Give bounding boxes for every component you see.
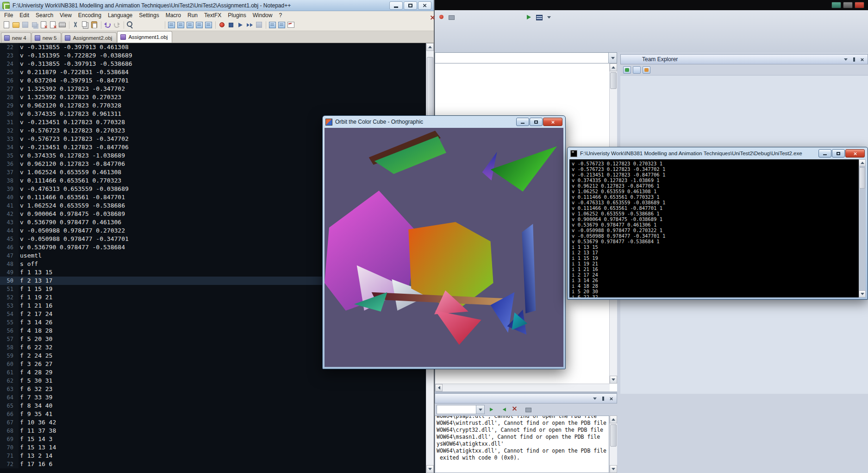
close-document-icon[interactable]: [39, 21, 48, 29]
team-explorer-header[interactable]: Team Explorer: [620, 54, 868, 64]
undo-icon[interactable]: [103, 21, 112, 29]
tab-new-4[interactable]: new 4: [1, 32, 31, 43]
scrollbar-thumb[interactable]: [610, 424, 617, 447]
menu-file[interactable]: File: [1, 12, 16, 19]
auto-hide-pin-icon[interactable]: [599, 395, 606, 402]
orbit-titlebar[interactable]: Orbit the Color Cube - Orthographic: [323, 116, 565, 128]
menu-plugins[interactable]: Plugins: [225, 12, 249, 19]
menu-run[interactable]: Run: [184, 12, 201, 19]
scroll-up-button[interactable]: [859, 159, 866, 166]
console-scrollbar[interactable]: [859, 159, 866, 297]
scrollbar-thumb[interactable]: [859, 167, 865, 189]
window-position-icon[interactable]: [591, 395, 598, 402]
scroll-down-button[interactable]: [859, 290, 866, 297]
minimize-button[interactable]: [516, 118, 529, 126]
vs-data-grid-icon[interactable]: [535, 13, 543, 21]
menu-settings[interactable]: Settings: [136, 12, 162, 19]
tab-assignment1-obj[interactable]: Assignment1.obj: [117, 31, 172, 43]
menu-window[interactable]: Window: [250, 12, 276, 19]
sync-horizontal-scroll-icon[interactable]: [176, 21, 185, 29]
scroll-up-button[interactable]: [610, 63, 617, 71]
vs-export-icon[interactable]: [525, 13, 533, 21]
word-wrap-icon[interactable]: [186, 21, 194, 29]
close-button[interactable]: [845, 149, 865, 158]
playback-macro-icon[interactable]: [236, 21, 244, 29]
scroll-up-button[interactable]: [426, 43, 434, 51]
record-macro-icon[interactable]: [218, 21, 226, 29]
show-all-characters-icon[interactable]: [195, 21, 203, 29]
menu-[interactable]: ?: [275, 12, 285, 19]
zoom-in-icon[interactable]: [144, 21, 153, 29]
output-scrollbar[interactable]: [609, 416, 617, 473]
vs-toolbar-options-icon[interactable]: [545, 13, 553, 21]
clear-all-icon[interactable]: [512, 406, 520, 413]
vs-minimize-button[interactable]: [831, 2, 841, 8]
zoom-out-icon[interactable]: [154, 21, 162, 29]
vs-maximize-button[interactable]: [843, 2, 853, 8]
close-button[interactable]: [543, 118, 562, 126]
combo-dropdown-icon[interactable]: [476, 405, 484, 414]
vs-editor-hscrollbar[interactable]: [435, 384, 610, 391]
minimize-button[interactable]: [818, 149, 831, 158]
close-panel-icon[interactable]: [859, 56, 866, 63]
menu-edit[interactable]: Edit: [16, 12, 32, 19]
scroll-down-button[interactable]: [426, 465, 434, 473]
window-position-icon[interactable]: [842, 56, 849, 63]
save-icon[interactable]: [21, 21, 29, 29]
function-list-icon[interactable]: [268, 21, 276, 29]
menu-encoding[interactable]: Encoding: [75, 12, 105, 19]
refresh-icon[interactable]: [633, 66, 641, 74]
save-macro-icon[interactable]: [255, 21, 263, 29]
menu-textfx[interactable]: TextFX: [201, 12, 225, 19]
auto-hide-pin-icon[interactable]: [850, 56, 857, 63]
scroll-left-button[interactable]: [435, 384, 443, 391]
vs-attach-icon[interactable]: [447, 13, 455, 21]
close-button[interactable]: [418, 1, 431, 10]
menu-view[interactable]: View: [56, 12, 75, 19]
copy-icon[interactable]: [81, 21, 89, 29]
menu-language[interactable]: Language: [105, 12, 136, 19]
toggle-word-wrap-icon[interactable]: [524, 406, 532, 413]
goto-next-message-icon[interactable]: [501, 407, 507, 413]
maximize-button[interactable]: [530, 118, 543, 126]
document-map-icon[interactable]: [277, 21, 286, 29]
redo-icon[interactable]: [112, 21, 121, 29]
maximize-button[interactable]: [404, 1, 417, 10]
print-icon[interactable]: [58, 21, 66, 29]
close-panel-icon[interactable]: [608, 395, 615, 402]
vs-breakpoint-icon[interactable]: [437, 13, 445, 21]
connect-icon[interactable]: [623, 66, 631, 74]
goto-prev-message-icon[interactable]: [489, 407, 495, 413]
opengl-viewport[interactable]: [325, 128, 563, 367]
find-icon[interactable]: [126, 21, 134, 29]
run-macro-multiple-icon[interactable]: [245, 21, 254, 29]
tab-new-5[interactable]: new 5: [31, 32, 62, 43]
vs-navigation-combo[interactable]: [435, 52, 617, 63]
console-titlebar[interactable]: F:\Univeristy Work\INB381 Modelling and …: [568, 147, 868, 159]
scroll-down-button[interactable]: [610, 376, 617, 384]
notepadpp-titlebar[interactable]: F:\Univeristy Work\INB381 Modelling and …: [0, 0, 434, 11]
team-project-icon[interactable]: [643, 66, 650, 74]
save-all-icon[interactable]: [30, 21, 38, 29]
output-log[interactable]: WOW64\psapi.dll', Cannot find or open th…: [435, 416, 609, 473]
paste-icon[interactable]: [90, 21, 98, 29]
minimize-button[interactable]: [389, 1, 403, 10]
scroll-up-button[interactable]: [610, 416, 617, 423]
new-file-icon[interactable]: [2, 21, 11, 29]
scroll-down-button[interactable]: [610, 465, 617, 473]
close-all-documents-icon[interactable]: [49, 21, 57, 29]
vs-close-button[interactable]: [855, 2, 864, 8]
console-output[interactable]: v -0.576723 0.127823 0.270323 1v -0.5767…: [569, 159, 866, 297]
replace-icon[interactable]: [135, 21, 144, 29]
menu-search[interactable]: Search: [32, 12, 56, 19]
cut-icon[interactable]: [71, 21, 80, 29]
tab-assignment2-obj[interactable]: Assignment2.obj: [62, 32, 117, 43]
combo-dropdown-icon[interactable]: [608, 53, 617, 63]
indent-guide-icon[interactable]: [204, 21, 212, 29]
open-file-icon[interactable]: [12, 21, 20, 29]
maximize-button[interactable]: [832, 149, 845, 158]
menu-macro[interactable]: Macro: [162, 12, 184, 19]
stop-recording-icon[interactable]: [227, 21, 235, 29]
spell-check-icon[interactable]: [287, 21, 295, 29]
scrollbar-thumb[interactable]: [610, 72, 617, 89]
